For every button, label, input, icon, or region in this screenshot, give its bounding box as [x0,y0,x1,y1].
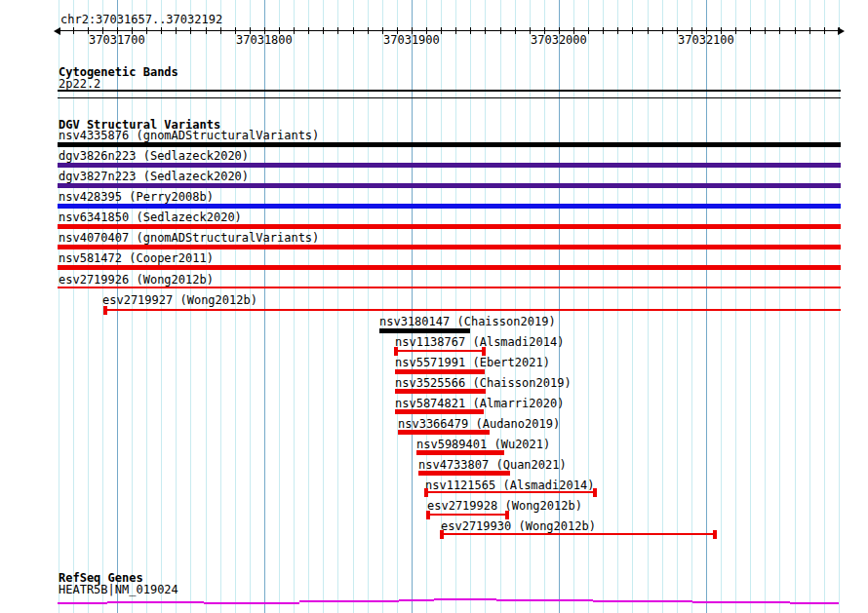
variant-bar[interactable] [427,514,508,516]
variant-bar[interactable] [398,430,490,435]
variant-bar[interactable] [395,389,486,394]
grid-line-minor [88,0,89,613]
variant-bar[interactable] [425,491,596,493]
variant-label[interactable]: esv2719930 (Wong2012b) [441,520,596,533]
variant-bar[interactable] [104,309,841,311]
variant-bar[interactable] [395,409,484,414]
variant-label[interactable]: nsv4070407 (gnomADStructuralVariants) [59,232,319,245]
variant-bar[interactable] [395,369,485,374]
gene-model-line-segment[interactable] [299,600,399,602]
refseq-gene-name[interactable]: HEATR5B|NM_019024 [59,584,178,596]
gene-model-line-segment[interactable] [496,599,593,601]
variant-bar[interactable] [395,350,485,352]
variant-start-cap[interactable] [103,306,107,315]
grid-line-minor [73,0,74,613]
gene-model-line-segment[interactable] [593,600,692,602]
grid-line-minor [308,0,309,613]
grid-line-minor [662,0,663,613]
ruler-tick [220,27,221,34]
variant-bar[interactable] [58,224,841,229]
variant-bar[interactable] [58,287,841,288]
gene-model-line-segment[interactable] [790,602,839,604]
region-coordinates: chr2:37031657..37032192 [60,14,222,26]
grid-line-minor [368,0,369,613]
grid-line-minor [603,0,604,613]
grid-line-major [264,0,265,613]
variant-start-cap[interactable] [426,511,430,519]
variant-label[interactable]: esv2719926 (Wong2012b) [59,274,214,287]
genome-browser-view: chr2:37031657..37032192 3703170037031800… [0,0,868,613]
ruler-tick [73,27,74,34]
grid-line-minor [735,0,736,613]
variant-bar[interactable] [416,450,504,455]
variant-bar[interactable] [418,471,510,476]
ruler-tick-label: 37031800 [233,33,296,47]
grid-line-minor [648,0,649,613]
variant-label[interactable]: nsv1138767 (Alsmadi2014) [395,336,564,349]
variant-label[interactable]: dgv3826n223 (Sedlazeck2020) [59,150,249,163]
grid-line-minor [294,0,295,613]
gene-model-line-segment[interactable] [692,601,790,603]
ruler-tick [337,27,338,34]
ruler-tick [470,27,471,34]
ruler-tick [176,27,177,34]
ruler-tick [206,27,207,34]
ruler-arrow-left-icon [54,27,60,35]
ruler-tick [809,27,810,34]
variant-label[interactable]: nsv3180147 (Chaisson2019) [379,316,556,328]
cytoband-band-line [58,90,841,92]
gene-model-line-segment[interactable] [434,598,496,600]
ruler-tick [500,27,501,34]
ruler-tick [765,27,766,34]
variant-bar[interactable] [58,265,841,270]
variant-start-cap[interactable] [424,488,428,497]
variant-end-cap[interactable] [505,511,509,519]
grid-line-minor [691,0,692,613]
grid-line-minor [677,0,678,613]
ruler-tick [515,27,516,34]
variant-label[interactable]: nsv5571991 (Ebert2021) [395,357,550,369]
variant-label[interactable]: nsv6341850 (Sedlazeck2020) [59,211,242,224]
variant-label[interactable]: nsv4335876 (gnomADStructuralVariants) [59,130,319,142]
variant-start-cap[interactable] [440,530,444,539]
variant-label[interactable]: dgv3827n223 (Sedlazeck2020) [59,171,249,183]
ruler-tick [190,27,191,34]
grid-line-minor [323,0,324,613]
variant-bar[interactable] [58,204,841,209]
ruler-axis [58,30,840,31]
variant-label[interactable]: esv2719927 (Wong2012b) [102,294,257,307]
variant-bar[interactable] [58,163,841,168]
gene-model-line-segment[interactable] [58,602,107,604]
grid-line-minor [59,0,59,613]
grid-line-minor [353,0,354,613]
ruler-tick [455,27,456,34]
gene-model-line-segment[interactable] [399,599,434,601]
variant-bar[interactable] [58,183,841,188]
variant-end-cap[interactable] [593,488,597,497]
ruler-tick [308,27,309,34]
ruler-tick [617,27,618,34]
variant-bar[interactable] [58,142,841,147]
variant-label[interactable]: nsv581472 (Cooper2011) [59,252,214,265]
grid-line-minor [426,0,427,613]
ruler-tick [603,27,604,34]
grid-line-minor [617,0,618,613]
variant-bar[interactable] [379,328,470,333]
variant-end-cap[interactable] [713,530,717,539]
variant-end-cap[interactable] [482,347,486,356]
ruler-tick-label: 37032100 [675,33,737,47]
gene-model-line-segment[interactable] [204,602,299,604]
ruler-tick [323,27,324,34]
variant-bar[interactable] [58,245,841,249]
grid-line-minor [721,0,722,613]
variant-start-cap[interactable] [394,347,398,356]
grid-line-minor [839,0,840,613]
ruler-tick [824,27,825,34]
ruler-tick [368,27,369,34]
ruler-tick [839,27,840,34]
variant-bar[interactable] [441,533,716,535]
variant-label[interactable]: nsv428395 (Perry2008b) [59,191,214,204]
grid-line-major [412,0,413,613]
ruler-tick [662,27,663,34]
gene-model-line-segment[interactable] [107,601,204,603]
